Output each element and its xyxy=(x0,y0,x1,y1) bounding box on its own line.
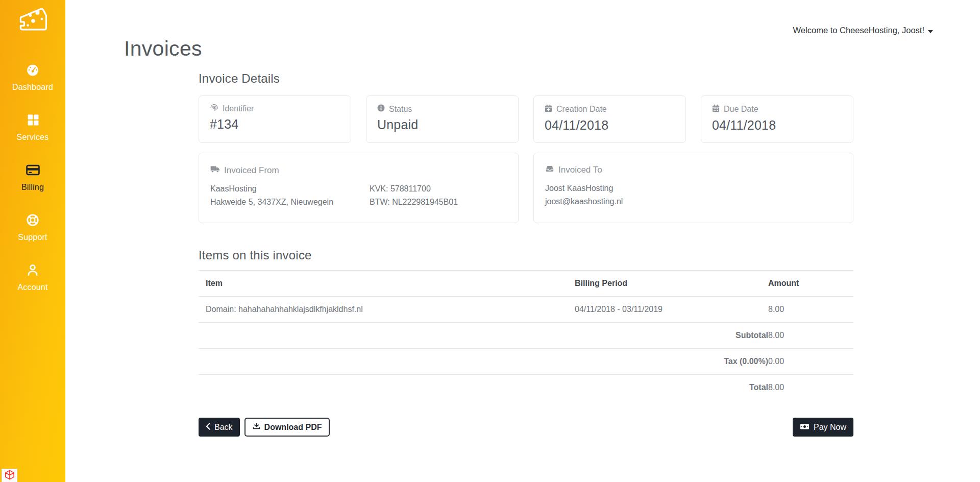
detail-cards-row: Identifier #134 Status Unpaid xyxy=(199,95,853,143)
sidebar-item-services[interactable]: Services xyxy=(0,107,65,157)
card-label: Creation Date xyxy=(556,105,607,114)
item-billing-period: 04/11/2018 - 03/11/2019 xyxy=(575,297,768,323)
invoice-page: Dashboard Services xyxy=(0,0,980,482)
download-pdf-button[interactable]: Download PDF xyxy=(244,418,330,437)
money-bill-icon xyxy=(800,423,810,432)
invoice-items-table: Item Billing Period Amount Domain: hahah… xyxy=(199,270,853,400)
pay-now-label: Pay Now xyxy=(814,423,846,432)
welcome-text: Welcome to CheeseHosting, Joost! xyxy=(793,26,924,35)
table-row: Domain: hahahahahhahklajsdlkfhjakldhsf.n… xyxy=(199,297,853,323)
identifier-card: Identifier #134 xyxy=(199,95,351,143)
subtotal-value: 8.00 xyxy=(768,323,853,349)
invoiced-from-card: Invoiced From KaasHosting Hakweide 5, 34… xyxy=(199,153,519,223)
party-cards-row: Invoiced From KaasHosting Hakweide 5, 34… xyxy=(199,153,853,223)
from-btw: BTW: NL222981945B01 xyxy=(370,196,458,209)
sidebar-item-label: Dashboard xyxy=(12,83,53,92)
from-kvk: KVK: 578811700 xyxy=(370,182,458,196)
to-email: joost@kaashosting.nl xyxy=(545,195,623,208)
back-button[interactable]: Back xyxy=(199,418,240,437)
creation-date-card: Creation Date 04/11/2018 xyxy=(533,95,686,143)
subtotal-row: Subtotal 8.00 xyxy=(199,323,853,349)
due-date-card: Due Date 04/11/2018 xyxy=(701,95,853,143)
sidebar-item-billing[interactable]: Billing xyxy=(0,157,65,207)
sidebar-item-support[interactable]: Support xyxy=(0,207,65,257)
tax-value: 0.00 xyxy=(768,349,853,375)
sidebar: Dashboard Services xyxy=(0,0,65,482)
chevron-left-icon xyxy=(206,423,210,432)
pay-now-button[interactable]: Pay Now xyxy=(793,418,853,437)
total-row: Total 8.00 xyxy=(199,375,853,401)
status-card: Status Unpaid xyxy=(366,95,519,143)
credit-card-icon xyxy=(26,163,40,177)
col-billing-period: Billing Period xyxy=(575,271,768,297)
to-name: Joost KaasHosting xyxy=(545,182,623,195)
identifier-value: #134 xyxy=(210,117,340,132)
sidebar-item-label: Billing xyxy=(21,183,44,192)
invoice-details-heading: Invoice Details xyxy=(199,71,853,86)
invoiced-to-card: Invoiced To Joost KaasHosting joost@kaas… xyxy=(533,153,853,223)
item-name: Domain: hahahahahhahklajsdlkfhjakldhsf.n… xyxy=(199,297,575,323)
calendar-plus-icon xyxy=(545,104,552,114)
sidebar-nav: Dashboard Services xyxy=(0,57,65,307)
card-label: Invoiced To xyxy=(558,165,602,175)
items-heading: Items on this invoice xyxy=(199,248,853,262)
subtotal-label: Subtotal xyxy=(575,323,768,349)
grid-icon xyxy=(27,113,39,127)
total-label: Total xyxy=(575,375,768,401)
card-label: Invoiced From xyxy=(224,165,279,176)
sidebar-item-account[interactable]: Account xyxy=(0,257,65,307)
sidebar-item-dashboard[interactable]: Dashboard xyxy=(0,57,65,107)
life-ring-icon xyxy=(26,213,39,227)
invoiced-from-registration: KVK: 578811700 BTW: NL222981945B01 xyxy=(370,182,458,209)
download-pdf-label: Download PDF xyxy=(264,423,322,432)
total-value: 8.00 xyxy=(768,375,853,401)
download-icon xyxy=(253,422,260,432)
table-header-row: Item Billing Period Amount xyxy=(199,271,853,297)
from-street: Hakweide 5, 3437XZ, Nieuwegein xyxy=(210,196,370,209)
sidebar-item-label: Account xyxy=(17,283,47,292)
card-label: Status xyxy=(389,105,412,114)
page-title: Invoices xyxy=(124,37,202,61)
cheese-logo-icon[interactable] xyxy=(16,6,50,35)
sidebar-item-label: Services xyxy=(17,133,49,142)
status-value: Unpaid xyxy=(377,117,507,132)
invoice-content: Invoice Details Ident xyxy=(199,71,853,437)
tachometer-icon xyxy=(26,63,39,77)
tax-label: Tax (0.00%) xyxy=(575,349,768,375)
info-circle-icon xyxy=(377,104,385,114)
user-icon xyxy=(26,263,39,277)
creation-date-value: 04/11/2018 xyxy=(545,118,675,133)
caret-down-icon xyxy=(928,26,933,35)
item-amount: 8.00 xyxy=(768,297,853,323)
laravel-icon xyxy=(4,470,15,482)
card-label: Identifier xyxy=(223,104,254,113)
fingerprint-icon xyxy=(210,104,218,113)
action-buttons: Back Download PDF xyxy=(199,418,853,437)
inbox-icon xyxy=(545,165,554,175)
user-dropdown-toggle[interactable]: Welcome to CheeseHosting, Joost! xyxy=(793,26,933,35)
invoiced-from-address: KaasHosting Hakweide 5, 3437XZ, Nieuwege… xyxy=(210,182,370,209)
truck-icon xyxy=(210,165,220,176)
sidebar-item-label: Support xyxy=(18,233,47,242)
due-date-value: 04/11/2018 xyxy=(712,118,842,133)
col-item: Item xyxy=(199,271,575,297)
laravel-debugbar-toggle[interactable] xyxy=(2,469,17,482)
back-button-label: Back xyxy=(214,423,233,432)
card-label: Due Date xyxy=(724,105,758,114)
calendar-icon xyxy=(712,104,720,114)
tax-row: Tax (0.00%) 0.00 xyxy=(199,349,853,375)
invoiced-to-address: Joost KaasHosting joost@kaashosting.nl xyxy=(545,182,623,208)
from-name: KaasHosting xyxy=(210,182,370,196)
col-amount: Amount xyxy=(768,271,853,297)
